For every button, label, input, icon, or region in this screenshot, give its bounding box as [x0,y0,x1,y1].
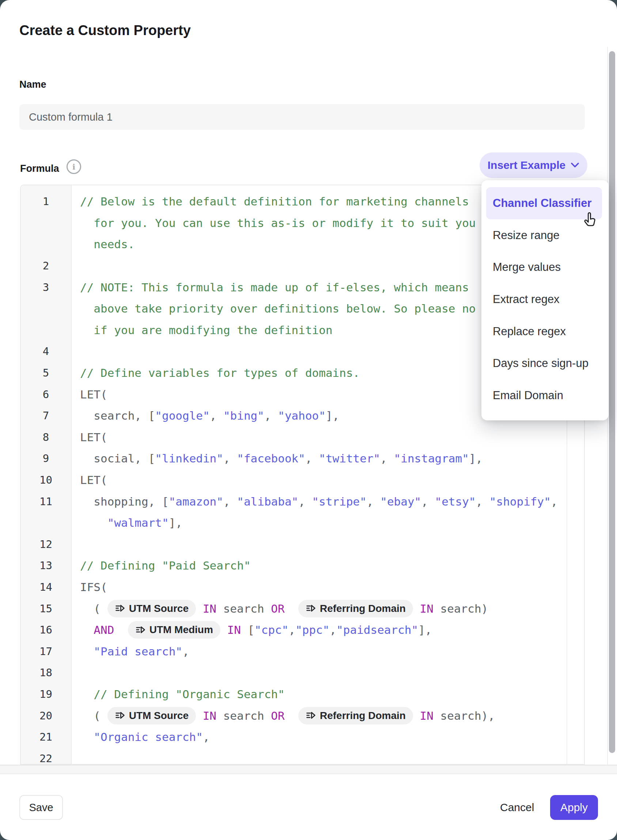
line-number: 9 [21,452,71,465]
property-chip[interactable]: UTM Source [108,600,196,617]
code-line: 8LET( [21,427,584,448]
menu-item-merge-values[interactable]: Merge values [486,251,602,283]
code-line-content: "walmart"], [71,516,182,529]
menu-item-resize-range[interactable]: Resize range [486,219,602,251]
menu-item-days-since-sign-up[interactable]: Days since sign-up [486,347,602,379]
code-line-content: // Defining "Organic Search" [71,688,285,701]
code-line-content: LET( [71,473,108,487]
code-line-content: ( UTM Source IN search OR Referring Doma… [71,600,488,617]
code-line: 13// Defining "Paid Search" [21,555,584,576]
line-number: 7 [21,409,71,422]
line-number: 3 [21,281,71,294]
menu-item-channel-classifier[interactable]: Channel Classifier [486,187,602,219]
code-line: 12 [21,534,584,555]
property-chip-label: UTM Medium [149,624,213,636]
insert-example-dropdown: Channel ClassifierResize rangeMerge valu… [481,180,608,420]
code-line: "walmart"], [21,512,584,534]
cancel-button[interactable]: Cancel [494,795,540,820]
line-number: 17 [21,645,71,658]
code-line: 21 "Organic search", [21,726,584,748]
code-line-content: // Define variables for types of domains… [71,366,360,379]
code-line-content: AND UTM Medium IN ["cpc","ppc","paidsear… [71,621,432,639]
formula-label: Formula [20,163,59,174]
insert-example-label: Insert Example [488,159,565,171]
line-number: 11 [21,495,71,508]
line-number: 15 [21,602,71,615]
menu-item-email-domain[interactable]: Email Domain [486,379,602,412]
code-line-content: IFS( [71,580,108,593]
menu-item-replace-regex[interactable]: Replace regex [486,316,602,348]
line-number: 5 [21,367,71,379]
line-number: 18 [21,666,71,679]
horizontal-scrollbar-track[interactable] [0,765,617,774]
text-select-cursor-icon [306,710,316,721]
line-number: 12 [21,538,71,551]
chevron-down-icon [571,162,579,168]
code-line: 18 [21,662,584,684]
code-line: 16 AND UTM Medium IN ["cpc","ppc","paids… [21,619,584,641]
line-number: 13 [21,559,71,572]
code-line: 15 ( UTM Source IN search OR Referring D… [21,598,584,619]
code-line-content: LET( [71,431,108,444]
line-number: 20 [21,710,71,722]
insert-example-button[interactable]: Insert Example [480,152,587,178]
code-line: 20 ( UTM Source IN search OR Referring D… [21,705,584,726]
property-chip[interactable]: UTM Source [108,707,196,725]
line-number: 6 [21,388,71,401]
code-line-content: LET( [71,388,108,401]
line-number: 22 [21,752,71,765]
save-button[interactable]: Save [19,795,63,820]
line-number: 19 [21,688,71,700]
code-line: 17 "Paid search", [21,641,584,662]
line-number: 4 [21,345,71,357]
text-select-cursor-icon [135,625,146,635]
code-line-content: // Defining "Paid Search" [71,559,251,572]
modal-scrollbar-thumb[interactable] [609,51,615,753]
name-input[interactable] [19,104,585,130]
apply-button[interactable]: Apply [550,795,598,820]
name-label: Name [19,79,46,90]
property-chip[interactable]: Referring Domain [298,600,413,617]
property-chip-label: UTM Source [129,603,189,614]
property-chip[interactable]: Referring Domain [298,707,413,725]
code-line: 14IFS( [21,576,584,598]
code-line-content: above take priority over definitions bel… [71,302,476,315]
code-line-content: search, ["google", "bing", "yahoo"], [71,409,339,422]
code-line: 22 [21,747,584,765]
code-line-content: social, ["linkedin", "facebook", "twitte… [71,452,483,465]
line-number: 8 [21,431,71,443]
text-select-cursor-icon [306,603,316,614]
text-select-cursor-icon [115,603,125,614]
line-number: 16 [21,624,71,636]
line-number: 21 [21,731,71,743]
page-title: Create a Custom Property [19,23,191,38]
code-line-content: "Organic search", [71,730,210,744]
line-number: 2 [21,260,71,272]
code-line-content: if you are modifying the definition [71,323,333,337]
code-line-content: "Paid search", [71,645,189,658]
code-line-content: needs. [71,238,134,251]
code-line: 10LET( [21,469,584,491]
code-line-content: shopping, ["amazon", "alibaba", "stripe"… [71,495,558,508]
text-select-cursor-icon [115,710,125,721]
line-number: 1 [21,195,71,208]
code-line-content: ( UTM Source IN search OR Referring Doma… [71,707,495,725]
property-chip-label: Referring Domain [320,710,406,722]
code-line: 11 shopping, ["amazon", "alibaba", "stri… [21,490,584,512]
code-line-content: for you. You can use this as-is or modif… [71,216,476,230]
line-number: 10 [21,474,71,486]
menu-item-extract-regex[interactable]: Extract regex [486,283,602,316]
code-line-content: // Below is the default definition for m… [71,195,469,208]
property-chip-label: Referring Domain [320,603,406,614]
code-line: 9 social, ["linkedin", "facebook", "twit… [21,448,584,469]
property-chip-label: UTM Source [129,710,189,722]
line-number: 14 [21,581,71,593]
create-custom-property-modal: Create a Custom Property Name Formula i … [0,0,617,840]
property-chip[interactable]: UTM Medium [128,621,220,639]
info-icon[interactable]: i [66,159,81,174]
code-line-content: // NOTE: This formula is made up of if-e… [71,281,469,294]
code-line: 19 // Defining "Organic Search" [21,684,584,705]
